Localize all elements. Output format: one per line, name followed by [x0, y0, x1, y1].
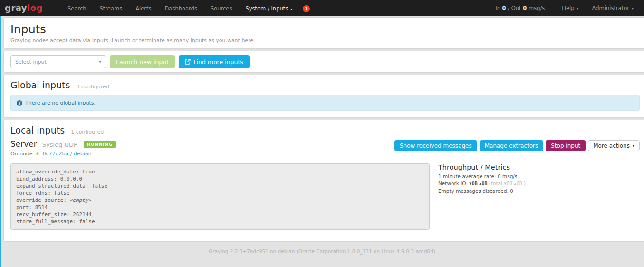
config-line: recv_buffer_size: 262144: [16, 211, 424, 218]
input-actions: Show received messages Manage extractors…: [394, 140, 640, 151]
config-line: allow_override_date: true: [16, 168, 424, 175]
input-identity: Server Syslog UDP RUNNING On node ★ 0c77…: [10, 139, 116, 157]
page-header-panel: Inputs Graylog nodes accept data via inp…: [3, 17, 644, 49]
page-title: Inputs: [10, 22, 640, 37]
input-name: Server: [10, 139, 37, 149]
select-input-dropdown[interactable]: Select input ▾: [10, 55, 106, 68]
input-configuration: allow_override_date: true bind_address: …: [10, 163, 430, 230]
top-navbar: graylog Search Streams Alerts Dashboards…: [0, 0, 644, 16]
button-label: Find more inputs: [193, 58, 243, 66]
launch-new-input-button[interactable]: Launch new input: [110, 55, 175, 68]
input-launcher-panel: Select input ▾ Launch new input Find mor…: [3, 51, 644, 73]
caret-down-icon: ▾: [577, 6, 579, 10]
config-line: port: 8514: [16, 204, 424, 211]
config-line: override_source: <empty>: [16, 197, 424, 204]
show-received-messages-button[interactable]: Show received messages: [394, 140, 477, 151]
alert-text: There are no global inputs.: [25, 100, 96, 106]
main-nav: Search Streams Alerts Dashboards Sources…: [61, 3, 310, 12]
button-label: More actions: [593, 143, 630, 149]
stop-input-button[interactable]: Stop input: [546, 140, 586, 151]
empty-discarded-line: Empty messages discarded: 0: [438, 188, 526, 195]
caret-down-icon: ▾: [99, 59, 101, 64]
input-entry-header: Server Syslog UDP RUNNING On node ★ 0c77…: [10, 139, 640, 157]
find-more-inputs-button[interactable]: Find more inputs: [179, 55, 250, 68]
input-entry-body: allow_override_date: true bind_address: …: [10, 163, 640, 230]
nav-item-streams[interactable]: Streams: [93, 5, 129, 12]
nav-item-sources[interactable]: Sources: [204, 5, 239, 12]
nav-item-user-menu[interactable]: Administrator▾: [586, 5, 640, 11]
global-inputs-title: Global inputs: [10, 80, 70, 90]
nav-item-system-inputs[interactable]: System / Inputs▾: [239, 5, 299, 12]
global-inputs-count: 0 configured: [77, 84, 109, 90]
star-icon: ★: [35, 151, 40, 157]
page-description: Graylog nodes accept data via inputs. La…: [10, 38, 640, 44]
brand-text-gray: gray: [5, 3, 27, 13]
caret-down-icon: ▾: [633, 144, 634, 148]
local-inputs-panel: Local inputs 1 configured Server Syslog …: [3, 120, 644, 242]
nav-item-label: System / Inputs: [245, 5, 288, 12]
config-line: expand_structured_data: false: [16, 182, 424, 190]
status-badge: RUNNING: [84, 141, 116, 148]
manage-extractors-button[interactable]: Manage extractors: [480, 140, 544, 151]
config-line: bind_address: 0.0.0.0: [16, 175, 424, 182]
footer-version-info: Graylog 2.2.3+7adc951 on debian (Oracle …: [0, 248, 644, 254]
network-io-total: (total:▼0B ▲0B ): [489, 181, 526, 186]
input-type: Syslog UDP: [42, 141, 77, 148]
nav-item-alerts[interactable]: Alerts: [129, 5, 158, 12]
node-prefix: On node: [10, 151, 33, 157]
nav-item-search[interactable]: Search: [61, 5, 93, 12]
window-edge-highlight: [0, 15, 1, 267]
more-actions-button[interactable]: More actions ▾: [588, 140, 640, 151]
metrics-title: Throughput / Metrics: [438, 163, 526, 171]
nav-item-label: Help: [562, 5, 574, 11]
nav-item-help[interactable]: Help▾: [555, 5, 585, 11]
no-global-inputs-alert: i There are no global inputs.: [10, 95, 640, 111]
config-line: store_full_message: false: [16, 218, 424, 225]
info-icon: i: [17, 100, 22, 106]
select-input-placeholder: Select input: [15, 59, 47, 65]
global-throughput-indicator: In 0 / Out 0 msg/s: [495, 5, 545, 11]
graylog-logo[interactable]: graylog: [5, 3, 43, 13]
external-link-icon: [185, 59, 191, 65]
network-io-line: Network IO: ▼0B ▲0B (total:▼0B ▲0B ): [438, 180, 526, 188]
nav-item-label: Administrator: [592, 5, 629, 11]
notification-badge[interactable]: 1: [303, 5, 310, 12]
node-link[interactable]: 0c77d2ba / debian: [42, 151, 91, 157]
global-inputs-panel: Global inputs 0 configured i There are n…: [3, 75, 644, 118]
config-line: force_rdns: false: [16, 190, 424, 197]
nav-item-dashboards[interactable]: Dashboards: [158, 5, 204, 12]
caret-down-icon: ▾: [290, 7, 292, 11]
caret-down-icon: ▾: [632, 6, 634, 10]
node-line: On node ★ 0c77d2ba / debian: [10, 151, 116, 157]
nav-right: In 0 / Out 0 msg/s Help▾ Administrator▾: [495, 5, 640, 11]
local-inputs-count: 1 configured: [71, 129, 104, 135]
avg-rate-line: 1 minute average rate: 0 msg/s: [438, 173, 526, 180]
brand-text-log: log: [27, 3, 43, 13]
throughput-metrics: Throughput / Metrics 1 minute average ra…: [438, 163, 526, 230]
local-inputs-title: Local inputs: [10, 125, 65, 135]
